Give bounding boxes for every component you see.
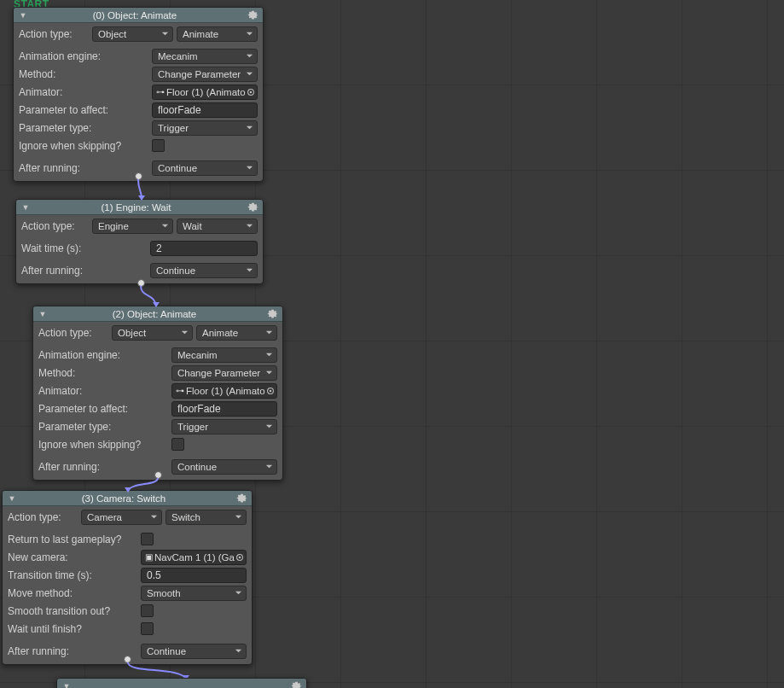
object-picker-icon[interactable] (246, 86, 256, 98)
select-after-running[interactable]: Continue (171, 459, 277, 475)
chevron-down-icon (160, 222, 169, 230)
select-move-method[interactable]: Smooth (141, 586, 247, 601)
select-after-running[interactable]: Continue (150, 263, 258, 278)
node-object-animate-0[interactable]: ▼ (0) Object: Animate Action type: Objec… (13, 7, 264, 182)
checkbox-ignore-skipping[interactable] (152, 139, 165, 152)
node-header[interactable]: ▼ (0) Object: Animate (14, 8, 263, 23)
input-wait-time[interactable]: 2 (150, 241, 258, 256)
node-header[interactable]: ▼ (2) Object: Animate (33, 306, 282, 322)
label-transition-time: Transition time (s): (8, 569, 92, 581)
label-after-running: After running: (8, 645, 69, 657)
select-after-running[interactable]: Continue (141, 644, 247, 659)
animator-type-icon: ⊶ (176, 387, 184, 395)
select-parameter-type[interactable]: Trigger (152, 120, 258, 136)
select-action[interactable]: Wait (177, 219, 258, 234)
gear-icon[interactable] (246, 9, 259, 22)
label-smooth-out: Smooth transition out? (8, 605, 110, 617)
label-ignore-skipping: Ignore when skipping? (19, 140, 121, 152)
select-method[interactable]: Change Parameter (171, 365, 277, 381)
chevron-down-icon (264, 423, 273, 431)
chevron-down-icon (264, 463, 273, 471)
label-parameter-type: Parameter type: (38, 421, 111, 433)
select-action-category[interactable]: Engine (92, 219, 173, 234)
gear-icon[interactable] (246, 201, 259, 214)
connector-dot[interactable] (137, 279, 145, 287)
chevron-down-icon (245, 70, 253, 79)
label-method: Method: (38, 367, 75, 379)
object-picker-icon[interactable] (235, 551, 245, 563)
input-parameter[interactable]: floorFade (171, 401, 277, 417)
select-after-running[interactable]: Continue (152, 160, 258, 176)
node-header[interactable]: ▼ (3) Camera: Switch (3, 491, 252, 506)
checkbox-return-gameplay[interactable] (141, 533, 154, 545)
label-action-type: Action type: (19, 28, 73, 40)
chevron-down-icon (264, 351, 273, 359)
select-action[interactable]: Animate (196, 325, 277, 341)
object-field-animator[interactable]: ⊶ Floor (1) (Animato (171, 383, 277, 399)
node-header[interactable]: ▼ (57, 679, 306, 688)
label-parameter: Parameter to affect: (38, 403, 128, 415)
input-parameter[interactable]: floorFade (152, 102, 258, 118)
chevron-down-icon (245, 164, 253, 172)
chevron-down-icon (160, 30, 169, 38)
input-transition-time[interactable]: 0.5 (141, 568, 247, 583)
collapse-icon[interactable]: ▼ (17, 9, 29, 21)
chevron-down-icon (180, 329, 189, 337)
select-action-category[interactable]: Camera (81, 510, 162, 525)
animator-type-icon: ⊶ (156, 88, 165, 96)
checkbox-ignore-skipping[interactable] (171, 438, 184, 451)
select-method[interactable]: Change Parameter (152, 67, 258, 82)
label-new-camera: New camera: (8, 551, 68, 563)
node-engine-wait-1[interactable]: ▼ (1) Engine: Wait Action type: Engine W… (15, 199, 264, 284)
connector-dot[interactable] (154, 471, 162, 479)
node-object-animate-2[interactable]: ▼ (2) Object: Animate Action type: Objec… (32, 306, 283, 481)
label-wait-time: Wait time (s): (21, 242, 81, 254)
gear-icon[interactable] (289, 679, 303, 689)
object-field-new-camera[interactable]: ▣ NavCam 1 (1) (Ga (141, 550, 247, 565)
connector-dot[interactable] (135, 172, 142, 180)
label-move-method: Move method: (8, 587, 73, 599)
chevron-down-icon (149, 513, 158, 522)
gear-icon[interactable] (235, 492, 248, 505)
node-header[interactable]: ▼ (1) Engine: Wait (16, 200, 263, 215)
collapse-icon[interactable]: ▼ (37, 308, 49, 320)
chevron-down-icon (234, 647, 242, 656)
chevron-down-icon (245, 124, 253, 132)
checkbox-smooth-out[interactable] (141, 604, 154, 617)
object-field-animator[interactable]: ⊶ Floor (1) (Animato (152, 85, 258, 100)
label-action-type: Action type: (38, 327, 92, 339)
connector-dot[interactable] (124, 656, 131, 663)
select-animation-engine[interactable]: Mecanim (171, 347, 277, 363)
label-action-type: Action type: (8, 511, 61, 523)
node-next-partial[interactable]: ▼ (56, 678, 307, 688)
select-action[interactable]: Switch (166, 510, 247, 525)
checkbox-wait-finish[interactable] (141, 622, 154, 635)
select-animation-engine[interactable]: Mecanim (152, 49, 258, 64)
label-parameter: Parameter to affect: (19, 104, 108, 116)
label-return-gameplay: Return to last gameplay? (8, 533, 121, 545)
label-animator: Animator: (19, 86, 62, 98)
select-parameter-type[interactable]: Trigger (171, 419, 277, 434)
collapse-icon[interactable]: ▼ (6, 493, 18, 504)
select-action-category[interactable]: Object (92, 26, 173, 42)
label-parameter-type: Parameter type: (19, 122, 91, 134)
svg-point-5 (239, 556, 241, 558)
select-action-category[interactable]: Object (112, 325, 193, 341)
label-after-running: After running: (21, 265, 83, 277)
chevron-down-icon (245, 30, 253, 38)
chevron-down-icon (245, 52, 253, 61)
object-picker-icon[interactable] (265, 385, 276, 397)
chevron-down-icon (234, 513, 242, 522)
collapse-icon[interactable]: ▼ (61, 680, 73, 689)
label-action-type: Action type: (21, 220, 75, 232)
gear-icon[interactable] (265, 307, 279, 321)
label-after-running: After running: (38, 461, 100, 473)
select-action[interactable]: Animate (177, 26, 258, 42)
chevron-down-icon (264, 329, 273, 337)
node-title: (1) Engine: Wait (32, 202, 246, 213)
chevron-down-icon (234, 589, 242, 598)
label-animation-engine: Animation engine: (19, 50, 101, 62)
label-after-running: After running: (19, 162, 80, 174)
node-camera-switch-3[interactable]: ▼ (3) Camera: Switch Action type: Camera… (2, 490, 253, 665)
collapse-icon[interactable]: ▼ (20, 201, 32, 213)
